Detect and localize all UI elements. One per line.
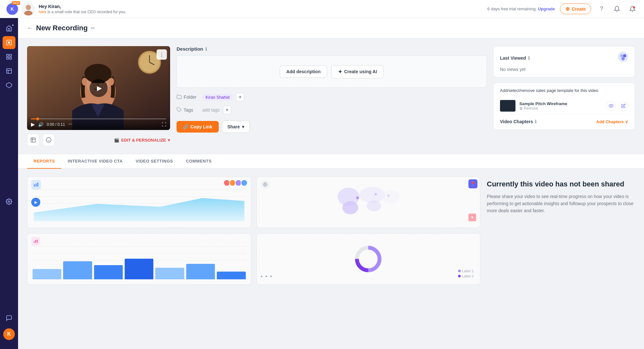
waveform-icon[interactable]: 〰 (68, 122, 72, 127)
greeting-note: here is a small note that our CEO record… (39, 10, 126, 14)
fullscreen-button[interactable]: ⛶ (162, 122, 166, 127)
sidebar-item-integrations[interactable] (3, 79, 15, 92)
tab-settings[interactable]: VIDEO SETTINGS (129, 154, 179, 169)
video-menu-button[interactable]: ⋮ (157, 49, 167, 60)
right-panel: Last Viewed ℹ No views yet Add/select/re… (493, 46, 635, 146)
topbar-user-icon (22, 3, 35, 15)
download-badge: ▼ (468, 214, 476, 221)
topbar-greeting: Hey Kiran, here is a small note that our… (39, 4, 126, 14)
not-shared-title: Currently this video has not been shared (487, 180, 635, 189)
last-viewed-info-icon[interactable]: ℹ (528, 55, 530, 61)
svg-point-1 (26, 5, 31, 10)
play-button[interactable]: ▶ (31, 121, 35, 127)
view-template-button[interactable] (606, 101, 616, 111)
svg-marker-13 (6, 83, 12, 88)
reports-area: ▶ 📍 (18, 169, 644, 293)
trial-text: 6 days free trial remaining. Upgrade (487, 6, 555, 11)
progress-bar[interactable] (31, 118, 166, 119)
screenshot-button[interactable] (27, 134, 39, 146)
edit-personalize-label: EDIT & PERSONALIZE (121, 138, 166, 143)
bar-4 (125, 259, 153, 279)
new-badge: NEW (12, 1, 20, 5)
not-shared-panel: Currently this video has not been shared… (487, 176, 635, 214)
svg-point-49 (374, 193, 377, 195)
chapters-row: Video Chapters ℹ Add Chapters ∨ (500, 115, 628, 124)
description-label: Description (177, 46, 203, 52)
help-button[interactable]: ? (596, 4, 607, 14)
upgrade-link[interactable]: Upgrade (538, 6, 555, 11)
description-info-icon[interactable]: ℹ (205, 46, 207, 52)
tab-reports[interactable]: REPORTS (27, 154, 61, 169)
svg-rect-38 (34, 184, 35, 187)
edit-title-icon[interactable]: ✏ (91, 25, 95, 31)
controls-row: ▶ 🔊 0:00 / 0:11 〰 ⛶ (31, 121, 166, 127)
ai-create-button[interactable]: ✦ Create using AI (331, 65, 384, 78)
share-label: Share (227, 124, 240, 129)
app-layout: K ← New Recording ✏ (0, 18, 644, 349)
add-chapters-button[interactable]: Add Chapters ∨ (596, 119, 628, 124)
tab-cta[interactable]: INTERACTIVE VIDEO CTA (61, 154, 129, 169)
bar-1 (33, 269, 61, 279)
tag-icon (177, 107, 182, 113)
template-row: Sample Pitch Wireframe 🗑 Remove (500, 97, 628, 115)
svg-rect-7 (10, 55, 12, 56)
plus-icon: ⊕ (565, 6, 570, 12)
copy-link-button[interactable]: 🔗 Copy Link (177, 121, 219, 133)
tags-label: Tags (177, 107, 199, 113)
alerts-button[interactable] (627, 4, 638, 14)
sidebar-item-recordings[interactable] (3, 36, 15, 49)
topbar-left: K NEW Hey Kiran, here is a small note th… (6, 3, 126, 15)
add-tags-placeholder[interactable]: add tags (202, 107, 220, 113)
sidebar-item-pages[interactable] (3, 65, 15, 77)
chapters-info-icon[interactable]: ℹ (535, 119, 536, 124)
edit-personalize-button[interactable]: 🎬 EDIT & PERSONALIZE ▾ (114, 138, 170, 143)
video-play-button[interactable] (90, 79, 108, 97)
svg-point-23 (82, 78, 87, 85)
add-folder-button[interactable]: + (236, 93, 244, 101)
sidebar-user-avatar[interactable]: K (3, 328, 15, 340)
volume-button[interactable]: 🔊 (38, 122, 43, 127)
create-button[interactable]: ⊕ Create (560, 4, 591, 14)
charts-grid: ▶ 📍 (27, 176, 480, 285)
views-avatar-icon (618, 52, 628, 64)
svg-point-37 (610, 105, 612, 106)
share-chevron-icon: ▾ (242, 124, 244, 129)
video-container: ⋮ ▶ 🔊 0:00 / 0:11 〰 ⛶ (27, 46, 170, 130)
add-description-button[interactable]: Add description (280, 65, 328, 78)
add-tag-button[interactable]: + (223, 106, 231, 114)
svg-rect-40 (37, 183, 38, 186)
tab-comments[interactable]: COMMENTS (179, 154, 218, 169)
description-panel: Description ℹ Add description ✦ Create u… (177, 46, 487, 146)
sidebar-item-home[interactable] (3, 22, 15, 35)
chevron-down-icon: ▾ (168, 138, 170, 143)
svg-rect-10 (7, 69, 12, 74)
greeting-link[interactable]: here (39, 10, 46, 14)
folder-name-tag[interactable]: Kiran Shahid (202, 94, 233, 101)
sidebar-item-chat[interactable] (3, 312, 15, 324)
description-header: Description ℹ (177, 46, 487, 52)
play-badge: ▶ (31, 198, 40, 207)
svg-point-34 (620, 54, 623, 57)
folder-icon (177, 94, 182, 100)
svg-rect-6 (7, 55, 9, 56)
back-button[interactable]: ← (27, 25, 33, 32)
notifications-button[interactable] (612, 4, 622, 14)
template-remove-button[interactable]: 🗑 Remove (519, 106, 602, 111)
sidebar-item-settings[interactable] (3, 195, 15, 208)
user-avatar-wrapper[interactable]: K NEW (6, 3, 18, 15)
greeting-name: Hey Kiran, (39, 4, 126, 9)
bar-5 (155, 268, 184, 279)
copy-link-label: Copy Link (190, 124, 212, 129)
tags-row: Tags add tags + (177, 106, 487, 114)
template-info: Sample Pitch Wireframe 🗑 Remove (519, 101, 602, 111)
link-icon: 🔗 (183, 124, 188, 129)
donut-legend-right: Label 1 Label 2 (458, 269, 474, 278)
edit-template-button[interactable] (619, 101, 628, 111)
sales-card-title: Add/select/remove sales page template fo… (500, 88, 628, 93)
sidebar-item-analytics[interactable] (3, 50, 15, 63)
share-button[interactable]: Share ▾ (222, 121, 250, 133)
sales-card: Add/select/remove sales page template fo… (493, 83, 635, 130)
user-avatar[interactable]: K (6, 3, 18, 15)
face-button[interactable] (43, 134, 55, 146)
main-content: ← New Recording ✏ (18, 18, 644, 349)
